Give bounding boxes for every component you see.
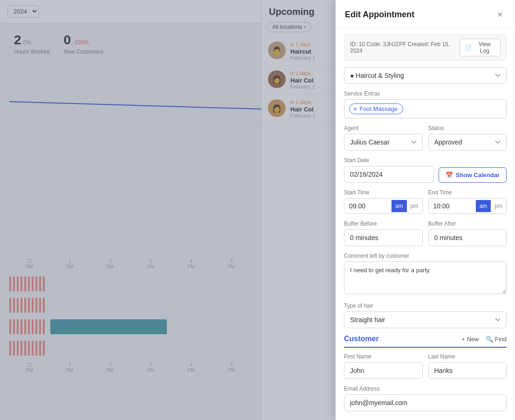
email-field: Email Address (344, 386, 507, 411)
calendar-icon: 📅 (446, 172, 453, 179)
edit-appointment-panel: Edit Appointment × ID: 10 Code: 3JHJZPF … (336, 0, 515, 420)
extra-tag-foot-massage[interactable]: × Foot Massage (349, 103, 403, 114)
start-time-field: Start Time 09:00 am pm (344, 189, 423, 214)
panel-header: Edit Appointment × (336, 0, 515, 28)
end-time-pm-button[interactable]: pm (491, 200, 506, 212)
find-customer-button[interactable]: 🔍 Find (486, 336, 507, 343)
service-field: ● Haircut & Styling Foot Massage Hair Co… (344, 67, 507, 84)
start-time-label: Start Time (344, 189, 423, 196)
hair-type-label: Type of hair (344, 303, 507, 309)
first-name-input[interactable] (344, 362, 423, 379)
email-label: Email Address (344, 386, 507, 392)
end-time-am-button[interactable]: am (476, 200, 491, 212)
start-time-am-button[interactable]: am (391, 200, 407, 212)
comment-label: Comment left by customer (344, 253, 507, 259)
end-time-label: End Time (428, 189, 507, 196)
comment-textarea[interactable]: I need to get ready for a party. (344, 262, 507, 294)
customer-section-header: Customer + New 🔍 Find (344, 335, 507, 348)
status-select[interactable]: Approved Pending Cancelled (428, 134, 507, 151)
service-extras-field: Service Extras × Foot Massage (344, 90, 507, 118)
panel-title: Edit Appointment (345, 10, 414, 20)
customer-section-title: Customer (344, 335, 379, 343)
info-bar: ID: 10 Code: 3JHJZPF Created: Feb 15, 20… (344, 34, 507, 61)
last-name-input[interactable] (428, 362, 507, 379)
close-button[interactable]: × (494, 8, 506, 21)
service-select[interactable]: ● Haircut & Styling Foot Massage Hair Co… (344, 67, 507, 84)
comment-field: Comment left by customer I need to get r… (344, 253, 507, 296)
buffer-before-label: Buffer Before (344, 220, 423, 227)
extra-label: Foot Massage (359, 105, 398, 112)
start-time-pm-button[interactable]: pm (407, 200, 422, 212)
time-row: Start Time 09:00 am pm End Time 10:00 am… (344, 189, 507, 214)
buffer-before-field: Buffer Before (344, 220, 423, 246)
start-date-input[interactable] (344, 166, 434, 183)
end-time-input: 10:00 am pm (428, 198, 507, 214)
document-icon: 📄 (465, 44, 472, 51)
status-field: Status Approved Pending Cancelled (428, 125, 507, 151)
name-row: First Name Last Name (344, 353, 507, 379)
hair-type-select[interactable]: Straight hair Curly hair Wavy hair (344, 311, 507, 328)
buffer-after-field: Buffer After (428, 220, 507, 246)
end-time-value: 10:00 (429, 199, 476, 213)
email-input[interactable] (344, 394, 507, 411)
last-name-field: Last Name (428, 353, 507, 379)
buffer-after-label: Buffer After (428, 220, 507, 227)
remove-extra-icon[interactable]: × (353, 106, 357, 112)
start-date-label: Start Date (344, 157, 507, 164)
first-name-label: First Name (344, 353, 423, 360)
extras-box: × Foot Massage (344, 99, 507, 118)
buffer-row: Buffer Before Buffer After (344, 220, 507, 246)
start-time-value: 09:00 (344, 199, 391, 213)
agent-status-row: Agent Julius Caesar Status Approved Pend… (344, 125, 507, 151)
hair-type-field: Type of hair Straight hair Curly hair Wa… (344, 303, 507, 328)
customer-actions: + New 🔍 Find (461, 336, 507, 343)
start-time-input: 09:00 am pm (344, 198, 423, 214)
start-date-field: Start Date 📅 Show Calendar (344, 157, 507, 183)
last-name-label: Last Name (428, 353, 507, 360)
appointment-info-text: ID: 10 Code: 3JHJZPF Created: Feb 15, 20… (350, 41, 460, 54)
agent-select[interactable]: Julius Caesar (344, 134, 423, 151)
agent-field: Agent Julius Caesar (344, 125, 423, 151)
service-extras-label: Service Extras (344, 90, 507, 97)
new-customer-button[interactable]: + New (461, 336, 479, 343)
first-name-field: First Name (344, 353, 423, 379)
end-time-field: End Time 10:00 am pm (428, 189, 507, 214)
search-icon: 🔍 (486, 336, 493, 343)
buffer-before-input[interactable] (344, 229, 423, 246)
date-input-wrap (344, 166, 434, 183)
show-calendar-button[interactable]: 📅 Show Calendar (439, 167, 507, 183)
agent-label: Agent (344, 125, 423, 131)
view-log-button[interactable]: 📄 View Log (460, 39, 501, 56)
status-label: Status (428, 125, 507, 131)
panel-body: ID: 10 Code: 3JHJZPF Created: Feb 15, 20… (336, 28, 515, 420)
buffer-after-input[interactable] (428, 229, 507, 246)
